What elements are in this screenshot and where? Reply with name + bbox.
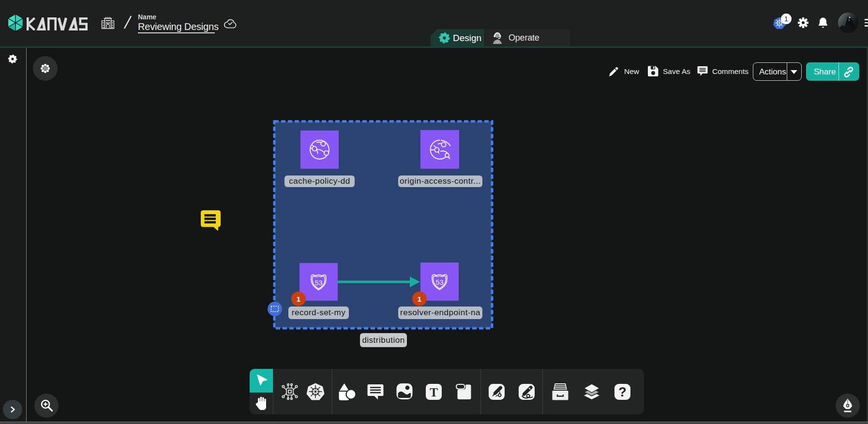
svg-text:T: T xyxy=(430,386,438,399)
svg-text:53: 53 xyxy=(435,278,443,286)
svg-text:?: ? xyxy=(618,385,627,399)
svg-text:53: 53 xyxy=(314,279,322,287)
